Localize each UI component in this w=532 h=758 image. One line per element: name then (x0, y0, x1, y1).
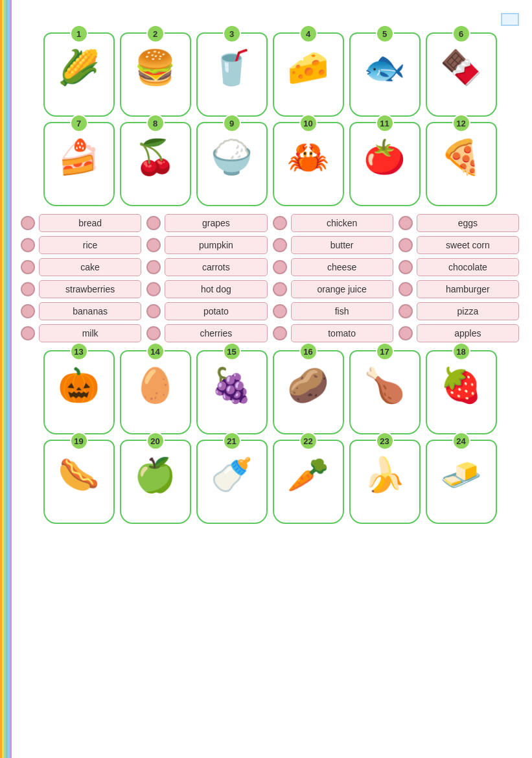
word-label: bread (39, 214, 141, 232)
food-card-11: 11🍅 (349, 122, 421, 206)
word-answer-circle[interactable] (273, 304, 287, 318)
word-answer-circle[interactable] (273, 326, 287, 340)
food-card-12: 12🍕 (426, 122, 497, 206)
word-entry: cheese (273, 258, 393, 276)
word-entry: apples (399, 324, 519, 342)
food-card-image: 🍇 (211, 368, 253, 402)
food-card-16: 16🥔 (273, 350, 344, 434)
food-card-number: 10 (299, 114, 318, 132)
word-answer-circle[interactable] (21, 238, 35, 252)
food-card-6: 6🍫 (426, 32, 497, 117)
food-card-image: 🌽 (58, 51, 100, 84)
word-answer-circle[interactable] (399, 238, 413, 252)
food-card-2: 2🍔 (120, 32, 191, 117)
word-answer-circle[interactable] (399, 216, 413, 230)
food-card-number: 1 (70, 25, 88, 43)
word-entry: bread (21, 214, 141, 232)
word-label: butter (291, 236, 393, 254)
word-answer-circle[interactable] (399, 326, 413, 340)
food-card-image: 🐟 (364, 51, 406, 84)
word-answer-circle[interactable] (399, 282, 413, 296)
food-card-number: 16 (299, 342, 318, 361)
food-card-8: 8🍒 (120, 122, 191, 206)
word-label: hamburger (417, 280, 519, 298)
word-answer-circle[interactable] (273, 282, 287, 296)
word-answer-circle[interactable] (146, 216, 161, 230)
word-label: pizza (417, 302, 519, 320)
food-card-number: 17 (376, 342, 394, 361)
food-card-number: 20 (146, 432, 165, 450)
food-card-image: 🍏 (134, 458, 176, 492)
word-answer-circle[interactable] (146, 238, 161, 252)
food-card-number: 24 (452, 432, 470, 450)
word-label: cake (39, 258, 141, 276)
word-answer-circle[interactable] (21, 216, 35, 230)
word-answer-circle[interactable] (273, 216, 287, 230)
word-entry: sweet corn (399, 236, 519, 254)
word-entry: butter (273, 236, 393, 254)
word-answer-circle[interactable] (399, 304, 413, 318)
food-card-24: 24🧈 (426, 440, 497, 524)
word-entry: chocolate (399, 258, 519, 276)
word-entry: hot dog (146, 280, 267, 298)
food-card-number: 22 (299, 432, 318, 450)
word-label: fish (291, 302, 393, 320)
food-card-image: 🥤 (211, 51, 253, 84)
food-card-3: 3🥤 (196, 32, 268, 117)
word-label: eggs (417, 214, 519, 232)
word-answer-circle[interactable] (146, 260, 161, 274)
word-entry: milk (21, 324, 141, 342)
word-label: chicken (291, 214, 393, 232)
food-card-image: 🍕 (440, 140, 482, 174)
food-card-14: 14🥚 (120, 350, 191, 434)
word-label: grapes (165, 214, 267, 232)
food-card-number: 11 (376, 114, 394, 132)
word-answer-circle[interactable] (146, 282, 161, 296)
word-entry: hamburger (399, 280, 519, 298)
word-entry: chicken (273, 214, 393, 232)
word-answer-circle[interactable] (21, 304, 35, 318)
word-answer-circle[interactable] (146, 326, 161, 340)
word-entry: carrots (146, 258, 267, 276)
food-card-number: 8 (146, 114, 165, 132)
top-food-grid: 1🌽2🍔3🥤4🧀5🐟6🍫7🍰8🍒9🍚10🦀11🍅12🍕 (21, 32, 519, 206)
word-answer-circle[interactable] (21, 260, 35, 274)
food-card-image: 🍌 (364, 458, 406, 492)
food-card-image: 🥚 (134, 368, 176, 402)
word-answer-circle[interactable] (21, 326, 35, 340)
food-card-17: 17🍗 (349, 350, 421, 434)
food-card-20: 20🍏 (120, 440, 191, 524)
word-answer-circle[interactable] (273, 260, 287, 274)
word-entry: tomato (273, 324, 393, 342)
food-card-image: 🍒 (134, 140, 176, 174)
food-card-23: 23🍌 (349, 440, 421, 524)
instruction-box (501, 13, 519, 26)
food-card-image: 🍅 (364, 140, 406, 174)
word-answer-circle[interactable] (146, 304, 161, 318)
food-card-number: 5 (376, 25, 394, 43)
food-card-image: 🥕 (287, 458, 329, 492)
word-entry: cake (21, 258, 141, 276)
food-card-number: 4 (299, 25, 318, 43)
food-card-image: 🍰 (58, 140, 100, 174)
word-answer-circle[interactable] (21, 282, 35, 296)
word-label: sweet corn (417, 236, 519, 254)
word-answer-circle[interactable] (399, 260, 413, 274)
word-label: potato (165, 302, 267, 320)
word-entry: potato (146, 302, 267, 320)
food-card-number: 14 (146, 342, 165, 361)
food-card-number: 18 (452, 342, 470, 361)
word-label: pumpkin (165, 236, 267, 254)
food-card-number: 3 (223, 25, 241, 43)
food-card-21: 21🍼 (196, 440, 268, 524)
word-entry: orange juice (273, 280, 393, 298)
food-card-image: 🍗 (364, 368, 406, 402)
food-card-image: 🍫 (440, 51, 482, 84)
food-card-number: 15 (223, 342, 241, 361)
food-card-image: 🦀 (287, 140, 329, 174)
food-card-number: 6 (452, 25, 470, 43)
food-card-number: 7 (70, 114, 88, 132)
food-card-image: 🍼 (211, 458, 253, 492)
word-answer-circle[interactable] (273, 238, 287, 252)
title-row (21, 6, 519, 26)
